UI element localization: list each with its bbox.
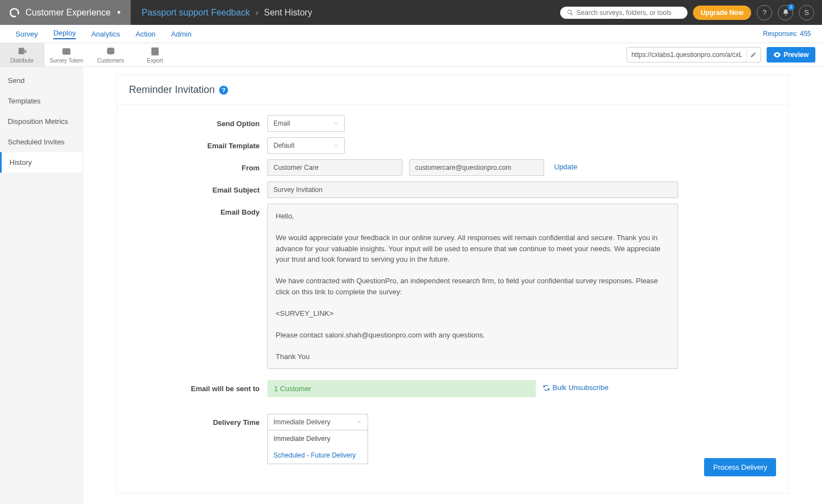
sidenav: Send Templates Disposition Metrics Sched… [0, 67, 83, 504]
row-from: From Update [129, 159, 776, 176]
recipient-count[interactable]: 1 Customer [267, 380, 536, 397]
nav-analytics[interactable]: Analytics [84, 25, 128, 43]
search-input[interactable] [577, 9, 681, 17]
bell-icon [782, 9, 789, 16]
topbar-right: Upgrade Now ? 1 S [552, 5, 822, 20]
preview-button[interactable]: Preview [767, 47, 815, 63]
row-delivery-time: Delivery Time Immediate Delivery Immedia… [129, 414, 776, 430]
email-template-select[interactable]: Default [267, 137, 345, 154]
content: Reminder Invitation ? Send Option Email … [83, 67, 822, 504]
reminder-form: Send Option Email Email Template Default [117, 105, 788, 493]
label-from: From [129, 159, 267, 176]
delivery-option-immediate[interactable]: Immediate Delivery [268, 430, 368, 447]
nav-admin[interactable]: Admin [163, 25, 199, 43]
process-delivery-button[interactable]: Process Delivery [704, 458, 776, 476]
chevron-down-icon: ▼ [116, 9, 122, 15]
tool-survey-token[interactable]: Survey Token [44, 43, 89, 66]
search-icon [567, 9, 573, 16]
label-email-template: Email Template [129, 137, 267, 154]
nav-survey[interactable]: Survey [8, 25, 45, 43]
subject-input[interactable] [267, 181, 678, 198]
chevron-down-icon [333, 121, 339, 126]
eye-icon [773, 52, 781, 58]
label-body: Email Body [129, 204, 267, 369]
tool-customers[interactable]: Customers [89, 43, 133, 66]
avatar[interactable]: S [799, 5, 814, 20]
chevron-up-icon [356, 419, 362, 425]
row-email-template: Email Template Default [129, 137, 776, 154]
export-icon [149, 46, 161, 56]
nav-action[interactable]: Action [128, 25, 163, 43]
tool-export[interactable]: Export [133, 43, 177, 66]
row-send-option: Send Option Email [129, 115, 776, 132]
row-body: Email Body Hello, We would appreciate yo… [129, 204, 776, 369]
sidenav-item-history[interactable]: History [0, 152, 82, 173]
label-send-option: Send Option [129, 115, 267, 132]
brand-dropdown[interactable]: Customer Experience ▼ [0, 0, 131, 25]
brand-title: Customer Experience [25, 8, 111, 18]
avatar-label: S [804, 8, 809, 17]
topbar: Customer Experience ▼ Passport support F… [0, 0, 822, 25]
email-body-textarea[interactable]: Hello, We would appreciate your feedback… [267, 204, 678, 369]
pencil-icon [750, 51, 757, 58]
responses-count[interactable]: Responses: 455 [763, 30, 814, 38]
row-subject: Email Subject [129, 181, 776, 198]
label-subject: Email Subject [129, 181, 267, 198]
customers-icon [105, 46, 116, 56]
help-icon: ? [762, 8, 766, 17]
sidenav-item-scheduled[interactable]: Scheduled Invites [0, 132, 82, 152]
survey-url-input[interactable] [627, 51, 746, 59]
breadcrumb-sep: › [255, 8, 258, 18]
sidenav-item-templates[interactable]: Templates [0, 91, 82, 111]
notifications-button[interactable]: 1 [778, 5, 793, 20]
svg-rect-0 [19, 48, 24, 54]
help-button[interactable]: ? [757, 5, 772, 20]
unsubscribe-icon [542, 384, 550, 392]
survey-url-box [627, 47, 761, 63]
nav-deploy[interactable]: Deploy [45, 25, 83, 43]
body-wrap: Send Templates Disposition Metrics Sched… [0, 67, 822, 504]
reminder-card: Reminder Invitation ? Send Option Email … [116, 75, 789, 493]
edit-url-button[interactable] [746, 48, 761, 62]
svg-point-2 [64, 50, 66, 52]
update-link[interactable]: Update [554, 159, 577, 171]
delivery-option-scheduled[interactable]: Scheduled - Future Delivery [268, 447, 368, 464]
sidenav-item-disposition[interactable]: Disposition Metrics [0, 111, 82, 132]
row-sent-to: Email will be sent to 1 Customer Bulk Un… [129, 380, 776, 397]
chevron-down-icon [333, 143, 339, 148]
delivery-time-select[interactable]: Immediate Delivery [267, 414, 368, 430]
card-header: Reminder Invitation ? [117, 75, 788, 105]
main-nav: Survey Deploy Analytics Action Admin Res… [0, 25, 822, 43]
bulk-unsubscribe-link[interactable]: Bulk Unsubscribe [542, 380, 608, 392]
logo-icon [9, 7, 20, 18]
upgrade-button[interactable]: Upgrade Now [693, 6, 751, 20]
breadcrumb-current: Sent History [264, 8, 312, 18]
label-sent-to: Email will be sent to [129, 380, 267, 397]
label-delivery-time: Delivery Time [129, 414, 267, 430]
sidenav-item-send[interactable]: Send [0, 70, 82, 91]
card-title: Reminder Invitation [129, 84, 215, 96]
toolbar: Distribute Survey Token Customers Export… [0, 43, 822, 67]
distribute-icon [17, 46, 28, 56]
from-email-input[interactable] [409, 159, 544, 176]
delivery-time-wrap: Immediate Delivery Immediate Delivery Sc… [267, 414, 368, 430]
help-icon[interactable]: ? [219, 86, 228, 95]
notification-badge: 1 [788, 4, 794, 11]
breadcrumb: Passport support Feedback › Sent History [131, 8, 323, 18]
from-name-input[interactable] [267, 159, 402, 176]
token-icon [61, 46, 72, 56]
breadcrumb-link[interactable]: Passport support Feedback [142, 8, 250, 18]
tool-distribute[interactable]: Distribute [0, 43, 44, 66]
send-option-select[interactable]: Email [267, 115, 345, 132]
search-input-wrap[interactable] [560, 7, 687, 19]
delivery-time-dropdown: Immediate Delivery Scheduled - Future De… [267, 430, 368, 464]
